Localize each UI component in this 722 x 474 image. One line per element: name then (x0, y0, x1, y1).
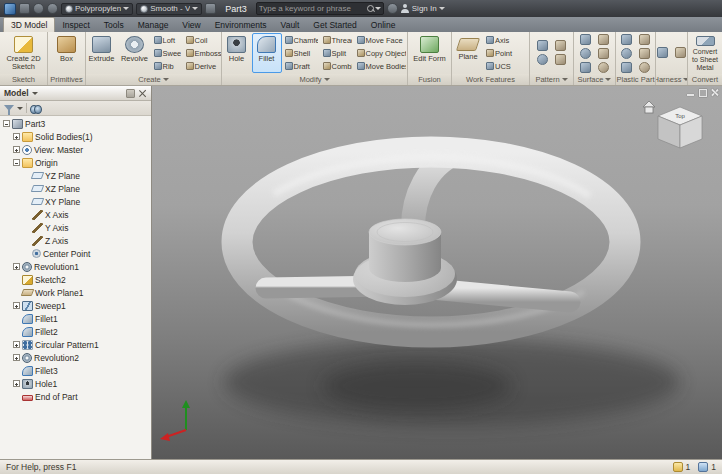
rectangular-pattern-button[interactable] (534, 39, 551, 52)
draft-button[interactable]: Draft (283, 60, 319, 73)
group-label-harness[interactable]: Harness (656, 73, 687, 85)
search-input[interactable] (259, 4, 366, 13)
rib-button[interactable]: Rib (152, 60, 182, 73)
tab-environments[interactable]: Environments (208, 18, 274, 32)
tree-expander-icon[interactable] (13, 133, 20, 140)
appearance-dropdown[interactable]: Smooth - V (136, 3, 202, 15)
tree-item-revolution1[interactable]: Revolution1 (0, 260, 151, 273)
adjust-icon[interactable] (205, 3, 216, 14)
shell-button[interactable]: Shell (283, 47, 319, 60)
tree-expander-icon[interactable] (13, 263, 20, 270)
group-label-fusion[interactable]: Fusion (408, 74, 451, 85)
close-icon[interactable] (710, 88, 719, 97)
tree-expander-icon[interactable] (13, 302, 20, 309)
point-button[interactable]: Point (484, 47, 528, 60)
boss-button[interactable] (636, 33, 653, 46)
split-button[interactable]: Split (321, 47, 353, 60)
loft-button[interactable]: Loft (152, 34, 182, 47)
group-label-create[interactable]: Create (86, 74, 221, 85)
tree-expander-icon[interactable] (3, 120, 10, 127)
save-icon[interactable] (19, 3, 30, 14)
tree-item-sketch2[interactable]: Sketch2 (0, 273, 151, 286)
sketch-driven-pattern-button[interactable] (552, 53, 569, 66)
rest-button[interactable] (618, 47, 635, 60)
group-label-modify[interactable]: Modify (222, 74, 407, 85)
chevron-down-icon[interactable] (375, 7, 381, 10)
tree-item-solid-bodies-1[interactable]: Solid Bodies(1) (0, 130, 151, 143)
thread-button[interactable]: Thread (321, 34, 353, 47)
minimize-icon[interactable] (686, 88, 695, 97)
viewport-3d[interactable]: Top (152, 86, 722, 459)
coil-button[interactable]: Coil (184, 34, 222, 47)
tree-item-xz-plane[interactable]: XZ Plane (0, 182, 151, 195)
tree-item-revolution2[interactable]: Revolution2 (0, 351, 151, 364)
patch-button[interactable] (595, 33, 612, 46)
tree-item-fillet3[interactable]: Fillet3 (0, 364, 151, 377)
browser-options-icon[interactable] (126, 89, 135, 98)
material-dropdown[interactable]: Polypropylen (61, 3, 133, 15)
box-button[interactable]: Box (51, 33, 83, 73)
route-button[interactable] (672, 46, 688, 59)
copy-object-button[interactable]: Copy Object (355, 47, 407, 60)
redo-icon[interactable] (47, 3, 58, 14)
group-label-surface[interactable]: Surface (574, 74, 615, 85)
search-icon[interactable] (366, 4, 375, 13)
tab-inspect[interactable]: Inspect (55, 18, 96, 32)
group-label-plastic-part[interactable]: Plastic Part (616, 74, 655, 85)
restore-icon[interactable] (698, 88, 707, 97)
hub-top-face[interactable] (369, 219, 441, 245)
tree-item-end-of-part[interactable]: End of Part (0, 390, 151, 403)
mirror-button[interactable] (534, 53, 551, 66)
chevron-down-icon[interactable] (32, 92, 38, 95)
home-icon[interactable] (643, 101, 655, 113)
create-harness-button[interactable] (656, 46, 671, 59)
tree-item-work-plane1[interactable]: Work Plane1 (0, 286, 151, 299)
view-cube[interactable]: Top (658, 107, 702, 148)
tree-expander-icon[interactable] (13, 380, 20, 387)
tree-item-fillet1[interactable]: Fillet1 (0, 312, 151, 325)
group-label-convert[interactable]: Convert (688, 74, 722, 85)
move-face-button[interactable]: Move Face (355, 34, 407, 47)
communication-center-icon[interactable] (387, 3, 398, 14)
axis-button[interactable]: Axis (484, 34, 528, 47)
tree-item-origin[interactable]: Origin (0, 156, 151, 169)
create-2d-sketch-button[interactable]: Create 2D Sketch (2, 33, 46, 73)
tab-manage[interactable]: Manage (131, 18, 176, 32)
tree-item-view-master[interactable]: View: Master (0, 143, 151, 156)
tree-item-part3[interactable]: Part3 (0, 117, 151, 130)
tab-view[interactable]: View (175, 18, 207, 32)
ucs-button[interactable]: UCS (484, 60, 528, 73)
group-label-sketch[interactable]: Sketch (0, 74, 47, 85)
tab-vault[interactable]: Vault (274, 18, 307, 32)
tree-item-y-axis[interactable]: Y Axis (0, 221, 151, 234)
tree-item-x-axis[interactable]: X Axis (0, 208, 151, 221)
sculpt-button[interactable] (577, 61, 594, 74)
tree-expander-icon[interactable] (13, 159, 20, 166)
tree-item-z-axis[interactable]: Z Axis (0, 234, 151, 247)
derive-button[interactable]: Derive (184, 60, 222, 73)
steering-wheel-model[interactable] (237, 150, 625, 332)
update-icon[interactable] (698, 462, 708, 472)
tree-expander-icon[interactable] (13, 341, 20, 348)
trim-button[interactable] (577, 47, 594, 60)
plane-button[interactable]: Plane (453, 33, 483, 73)
chamfer-button[interactable]: Chamfer (283, 34, 319, 47)
hole-button[interactable]: Hole (223, 33, 251, 73)
grill-button[interactable] (618, 33, 635, 46)
viewport-canvas[interactable]: Top (152, 86, 722, 459)
sweep-button[interactable]: Sweep (152, 47, 182, 60)
move-bodies-button[interactable]: Move Bodies (355, 60, 407, 73)
browser-header[interactable]: Model (0, 86, 151, 101)
tree-item-yz-plane[interactable]: YZ Plane (0, 169, 151, 182)
sign-in-button[interactable]: Sign In (401, 4, 445, 13)
stitch-button[interactable] (577, 33, 594, 46)
revolve-button[interactable]: Revolve (119, 33, 151, 73)
filter-icon[interactable] (4, 105, 14, 111)
group-label-primitives[interactable]: Primitives (48, 74, 85, 85)
convert-to-sheet-metal-button[interactable]: Convert to Sheet Metal (689, 33, 721, 73)
rib-plastic-button[interactable] (618, 61, 635, 74)
group-label-pattern[interactable]: Pattern (530, 73, 573, 85)
tree-item-fillet2[interactable]: Fillet2 (0, 325, 151, 338)
replace-face-button[interactable] (595, 61, 612, 74)
tree-item-hole1[interactable]: Hole1 (0, 377, 151, 390)
